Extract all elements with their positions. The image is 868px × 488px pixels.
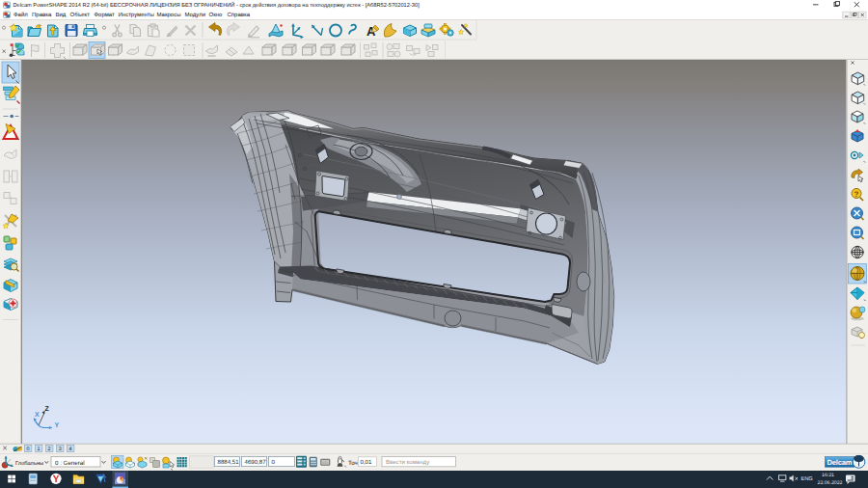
svg-text:Инструменты: Инструменты — [119, 12, 154, 18]
svg-text:Макросы: Макросы — [157, 12, 181, 18]
svg-text:Delcam PowerSHAPE 2014 R2 (64-: Delcam PowerSHAPE 2014 R2 (64-bit) БЕССР… — [14, 1, 420, 9]
svg-text:Правка: Правка — [32, 12, 52, 18]
svg-text:8884,51: 8884,51 — [218, 459, 240, 466]
svg-text:Объект: Объект — [70, 12, 91, 18]
svg-text:1: 1 — [38, 447, 41, 452]
svg-text:3: 3 — [59, 447, 62, 452]
svg-text:Справка: Справка — [228, 12, 251, 18]
svg-text:22.06.2022: 22.06.2022 — [818, 480, 843, 486]
svg-text:Точ: Точ — [348, 460, 358, 467]
svg-text:0: 0 — [27, 447, 30, 452]
svg-text:Ввести команду: Ввести команду — [386, 459, 430, 466]
svg-text:Вид: Вид — [56, 12, 67, 18]
svg-text:4: 4 — [69, 447, 72, 452]
svg-text:ENG: ENG — [801, 476, 813, 482]
svg-text:Delcam: Delcam — [827, 458, 853, 467]
svg-text:2: 2 — [48, 447, 51, 452]
svg-text:Глобальны: Глобальны — [15, 460, 43, 467]
svg-text:4690,87: 4690,87 — [245, 459, 267, 466]
svg-text:0,01: 0,01 — [361, 459, 372, 466]
svg-text:Файл: Файл — [14, 12, 28, 18]
svg-text:Формат: Формат — [95, 12, 116, 18]
svg-text:Y: Y — [55, 422, 60, 429]
svg-text:0 : General: 0 : General — [55, 460, 85, 467]
svg-text:?: ? — [854, 190, 859, 199]
svg-text:X: X — [35, 412, 40, 419]
svg-text:16:21: 16:21 — [822, 473, 834, 478]
svg-text:Z: Z — [45, 406, 50, 413]
svg-text:Модули: Модули — [185, 12, 206, 18]
svg-text:Окно: Окно — [209, 12, 224, 18]
